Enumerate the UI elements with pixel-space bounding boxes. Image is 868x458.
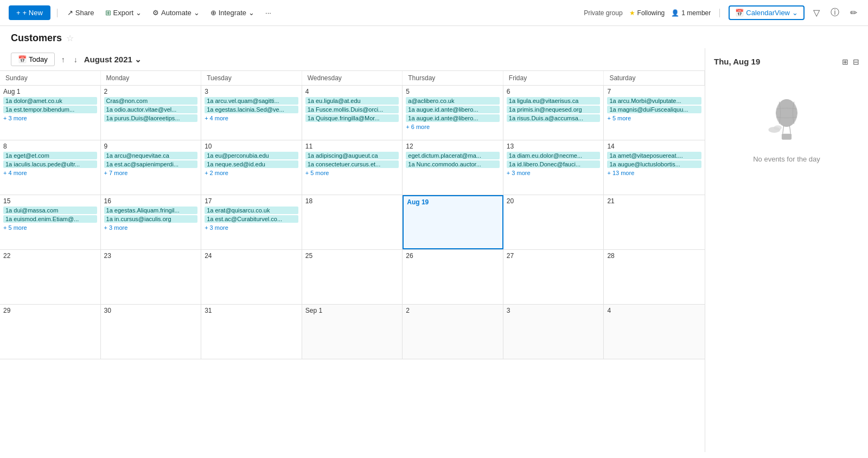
calendar-cell[interactable]: 4 xyxy=(604,305,705,359)
event-item[interactable]: 1a Nunc.commodo.auctor... xyxy=(406,160,500,168)
new-button[interactable]: + + New xyxy=(9,5,50,20)
calendar-cell[interactable]: 18 xyxy=(302,195,403,249)
calendar-cell[interactable]: 21 xyxy=(604,195,705,249)
event-item[interactable]: 1a dolor@amet.co.uk xyxy=(3,97,97,105)
integrate-button[interactable]: ⊕ Integrate ⌄ xyxy=(207,7,258,19)
more-events-link[interactable]: + 3 more xyxy=(507,169,601,177)
calendar-cell[interactable]: 22 xyxy=(0,250,101,304)
more-events-link[interactable]: + 4 more xyxy=(205,114,298,122)
event-item[interactable]: 1a purus.Duis@laoreetips... xyxy=(104,114,198,122)
favorite-star-icon[interactable]: ☆ xyxy=(66,33,74,43)
calendar-cell[interactable]: 151a dui@massa.com1a euismod.enim.Etiam@… xyxy=(0,195,101,249)
calendar-cell[interactable]: 141a amet@vitaeposuereat....1a augue@luc… xyxy=(604,140,705,195)
event-item[interactable]: 1a eget@et.com xyxy=(3,152,97,159)
calendar-cell[interactable]: 5a@aclibero.co.uk1a augue.id.ante@libero… xyxy=(403,86,503,140)
more-events-link[interactable]: + 2 more xyxy=(205,169,298,177)
event-item[interactable]: 1a Quisque.fringilla@Mor... xyxy=(305,114,399,122)
event-item[interactable]: 1a adipiscing@augueut.ca xyxy=(305,152,399,159)
calendar-cell[interactable]: 131a diam.eu.dolor@necme...1a id.libero.… xyxy=(503,140,604,195)
calendar-cell[interactable]: 31a arcu.vel.quam@sagitti...1a egestas.l… xyxy=(201,86,302,140)
calendar-cell[interactable]: 29 xyxy=(0,305,101,359)
event-item[interactable]: 1a consectetuer.cursus.et... xyxy=(305,160,399,168)
calendar-cell[interactable]: 25 xyxy=(302,250,403,304)
event-item[interactable]: 1a est.ac@sapienimperdi... xyxy=(104,160,198,168)
filter-icon[interactable]: ▽ xyxy=(811,7,822,19)
calendar-cell[interactable]: 71a arcu.Morbi@vulputate...1a magnis@dui… xyxy=(604,86,705,140)
more-events-link[interactable]: + 5 more xyxy=(607,114,701,122)
event-item[interactable]: 1a dui@massa.com xyxy=(3,207,97,214)
calendar-cell[interactable]: 101a eu@perconubia.edu1a neque.sed@id.ed… xyxy=(201,140,302,195)
calendar-cell[interactable]: 28 xyxy=(604,250,705,304)
month-title[interactable]: August 2021 ⌄ xyxy=(84,55,142,64)
calendar-cell[interactable]: 171a erat@quisarcu.co.uk1a est.ac@Curabi… xyxy=(201,195,302,249)
event-item[interactable]: 1a egestas.lacinia.Sed@ve... xyxy=(205,106,298,113)
calendar-cell[interactable]: 41a eu.ligula@at.edu1a Fusce.mollis.Duis… xyxy=(302,86,403,140)
calendar-cell[interactable]: 2 xyxy=(403,305,503,359)
event-item[interactable]: 1a odio.auctor.vitae@vel... xyxy=(104,106,198,113)
more-events-link[interactable]: + 3 more xyxy=(205,224,298,231)
event-item[interactable]: 1a eu@perconubia.edu xyxy=(205,152,298,159)
share-button[interactable]: ↗ Share xyxy=(64,7,98,19)
event-item[interactable]: 1a amet@vitaeposuereat.... xyxy=(607,152,701,159)
calendar-cell[interactable]: 12eget.dictum.placerat@ma...1a Nunc.comm… xyxy=(403,140,503,195)
calendar-cell[interactable]: Sep 1 xyxy=(302,305,403,359)
event-item[interactable]: 1a arcu.vel.quam@sagitti... xyxy=(205,97,298,105)
event-item[interactable]: 1a primis.in@nequesed.org xyxy=(507,106,601,113)
event-item[interactable]: 1a augue.id.ante@libero... xyxy=(406,114,500,122)
calendar-cell[interactable]: 61a ligula.eu@vitaerisus.ca1a primis.in@… xyxy=(503,86,604,140)
more-button[interactable]: ··· xyxy=(262,7,275,19)
edit-icon[interactable]: ✏ xyxy=(848,7,859,19)
export-button[interactable]: ⊞ Export ⌄ xyxy=(102,7,145,19)
event-item[interactable]: eget.dictum.placerat@ma... xyxy=(406,152,500,159)
calendar-view-button[interactable]: 📅 CalendarView ⌄ xyxy=(729,5,805,20)
calendar-cell[interactable]: Aug 19 xyxy=(403,195,503,249)
event-item[interactable]: 1a est.tempor.bibendum... xyxy=(3,106,97,113)
more-events-link[interactable]: + 5 more xyxy=(3,224,97,231)
info-icon[interactable]: ⓘ xyxy=(828,6,841,20)
event-item[interactable]: 1a augue@luctuslobortis... xyxy=(607,160,701,168)
event-item[interactable]: 1a arcu.Morbi@vulputate... xyxy=(607,97,701,105)
event-item[interactable]: 1a ligula.eu@vitaerisus.ca xyxy=(507,97,601,105)
event-item[interactable]: 1a erat@quisarcu.co.uk xyxy=(205,207,298,214)
more-events-link[interactable]: + 4 more xyxy=(3,169,97,177)
event-item[interactable]: 1a id.libero.Donec@fauci... xyxy=(507,160,601,168)
calendar-cell[interactable]: 111a adipiscing@augueut.ca1a consectetue… xyxy=(302,140,403,195)
calendar-cell[interactable]: 20 xyxy=(503,195,604,249)
more-events-link[interactable]: + 3 more xyxy=(104,224,198,231)
calendar-cell[interactable]: 2Cras@non.com1a odio.auctor.vitae@vel...… xyxy=(101,86,202,140)
prev-month-button[interactable]: ↑ xyxy=(59,53,67,66)
calendar-cell[interactable]: 91a arcu@nequevitae.ca1a est.ac@sapienim… xyxy=(101,140,202,195)
event-item[interactable]: 1a diam.eu.dolor@necme... xyxy=(507,152,601,159)
more-events-link[interactable]: + 7 more xyxy=(104,169,198,177)
calendar-cell[interactable]: 3 xyxy=(503,305,604,359)
more-events-link[interactable]: + 5 more xyxy=(305,169,399,177)
calendar-cell[interactable]: 30 xyxy=(101,305,202,359)
side-grid-icon[interactable]: ⊟ xyxy=(853,57,859,66)
calendar-cell[interactable]: 23 xyxy=(101,250,202,304)
calendar-cell[interactable]: 24 xyxy=(201,250,302,304)
more-events-link[interactable]: + 13 more xyxy=(607,169,701,177)
event-item[interactable]: 1a eu.ligula@at.edu xyxy=(305,97,399,105)
next-month-button[interactable]: ↓ xyxy=(72,53,80,66)
calendar-cell[interactable]: 26 xyxy=(403,250,503,304)
event-item[interactable]: 1a arcu@nequevitae.ca xyxy=(104,152,198,159)
today-button[interactable]: 📅 Today xyxy=(11,53,55,66)
following-label[interactable]: Following xyxy=(637,9,665,17)
more-events-link[interactable]: + 3 more xyxy=(3,114,97,122)
side-expand-icon[interactable]: ⊞ xyxy=(842,57,848,66)
event-item[interactable]: 1a iaculis.lacus.pede@ultr... xyxy=(3,160,97,168)
calendar-cell[interactable]: 27 xyxy=(503,250,604,304)
event-item[interactable]: 1a risus.Duis.a@accumsa... xyxy=(507,114,601,122)
calendar-cell[interactable]: 161a egestas.Aliquam.fringil...1a in.cur… xyxy=(101,195,202,249)
automate-button[interactable]: ⚙ Automate ⌄ xyxy=(149,7,203,19)
more-events-link[interactable]: + 6 more xyxy=(406,123,500,131)
event-item[interactable]: 1a neque.sed@id.edu xyxy=(205,160,298,168)
event-item[interactable]: 1a augue.id.ante@libero... xyxy=(406,106,500,113)
event-item[interactable]: 1a in.cursus@iaculis.org xyxy=(104,215,198,223)
event-item[interactable]: 1a magnis@duiFuscealiquu... xyxy=(607,106,701,113)
calendar-cell[interactable]: 31 xyxy=(201,305,302,359)
calendar-cell[interactable]: 81a eget@et.com1a iaculis.lacus.pede@ult… xyxy=(0,140,101,195)
event-item[interactable]: 1a est.ac@Curabiturvel.co... xyxy=(205,215,298,223)
event-item[interactable]: 1a egestas.Aliquam.fringil... xyxy=(104,207,198,214)
calendar-cell[interactable]: Aug 11a dolor@amet.co.uk1a est.tempor.bi… xyxy=(0,86,101,140)
